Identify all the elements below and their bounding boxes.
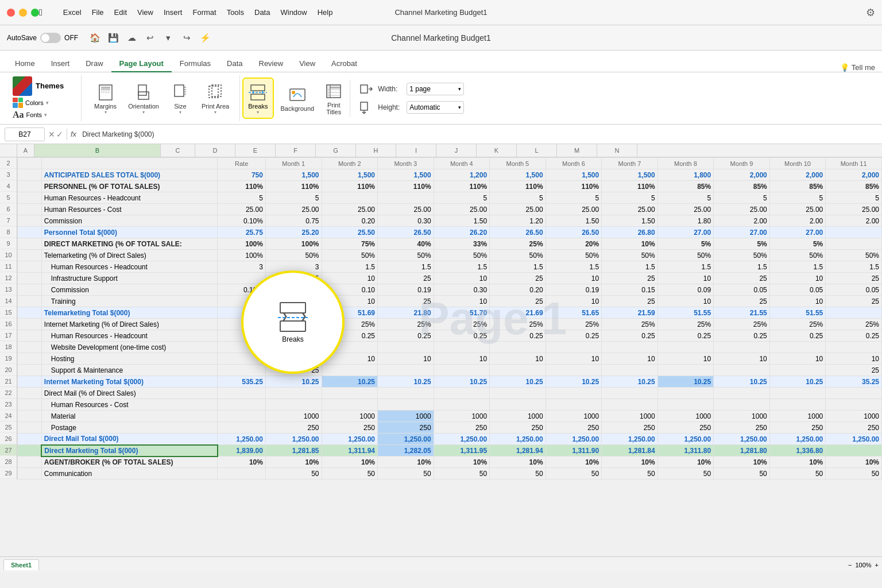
col-header-d[interactable]: D — [195, 144, 235, 157]
menu-edit[interactable]: Edit — [114, 8, 127, 17]
confirm-icon[interactable]: ✓ — [56, 130, 63, 139]
height-label: Height: — [378, 103, 403, 111]
formula-controls: ✕ ✓ — [48, 130, 63, 139]
row-num-11: 11 — [0, 261, 17, 272]
width-value: 1 page — [409, 85, 431, 93]
row-num-17: 17 — [0, 330, 17, 341]
zoom-in-icon[interactable]: + — [875, 562, 879, 568]
table-row: Infrastructure Support 25 10 25 10 25 10… — [18, 273, 882, 284]
tab-acrobat[interactable]: Acrobat — [323, 56, 365, 72]
breaks-btn[interactable]: Breaks ▾ — [242, 78, 273, 119]
row-num-7: 7 — [0, 215, 17, 226]
formula-divider — [67, 129, 67, 140]
tab-review[interactable]: Review — [251, 56, 292, 72]
colors-btn[interactable]: Colors ▾ — [13, 98, 75, 108]
tab-view[interactable]: View — [291, 56, 323, 72]
col-header-h[interactable]: H — [356, 144, 396, 157]
grid-body: 2 3 4 5 6 7 8 9 10 11 12 13 14 15 16 17 … — [0, 157, 882, 479]
menu-format[interactable]: Format — [192, 8, 216, 17]
maximize-button[interactable] — [31, 9, 39, 17]
svg-rect-7 — [175, 85, 184, 96]
col-header-i[interactable]: I — [396, 144, 436, 157]
fonts-btn[interactable]: Aa Fonts ▾ — [13, 110, 75, 120]
table-row: Human Resources - Headcount 1 0.25 0.25 … — [18, 330, 882, 342]
themes-btn[interactable]: Themes — [13, 76, 75, 96]
tab-page-layout[interactable]: Page Layout — [111, 56, 172, 72]
close-button[interactable] — [7, 9, 15, 17]
print-titles-btn[interactable]: PrintTitles — [321, 79, 350, 117]
tab-draw[interactable]: Draw — [78, 56, 111, 72]
row-num-22: 22 — [0, 387, 17, 399]
width-label: Width: — [378, 85, 403, 93]
menu-window[interactable]: Window — [280, 8, 307, 17]
row-num-16: 16 — [0, 318, 17, 330]
colors-icon — [13, 98, 23, 108]
home-icon[interactable]: 🏠 — [87, 30, 102, 45]
minimize-button[interactable] — [19, 9, 27, 17]
sheet-tab-1[interactable]: Sheet1 — [3, 559, 39, 570]
menu-view[interactable]: View — [137, 8, 153, 17]
col-header-b[interactable]: B — [34, 144, 161, 157]
height-select[interactable]: Automatic ▾ — [407, 101, 464, 114]
col-header-j[interactable]: J — [436, 144, 477, 157]
width-select[interactable]: 1 page ▾ — [407, 83, 464, 95]
row-num-19: 19 — [0, 353, 17, 364]
redo-icon[interactable]: ↪ — [179, 30, 194, 45]
menu-bar: Excel File Edit View Insert Format Tools… — [63, 8, 333, 17]
undo-dropdown-icon[interactable]: ▾ — [161, 30, 176, 45]
row-num-2: 2 — [0, 157, 17, 169]
height-row: Height: Automatic ▾ — [358, 99, 464, 115]
menu-excel[interactable]: Excel — [63, 8, 82, 17]
row-num-29: 29 — [0, 467, 17, 479]
themes-icon — [13, 76, 32, 96]
col-header-n[interactable]: N — [597, 144, 637, 157]
row-num-25: 25 — [0, 421, 17, 433]
menu-tools[interactable]: Tools — [227, 8, 244, 17]
tab-home[interactable]: Home — [7, 56, 43, 72]
row-numbers: 2 3 4 5 6 7 8 9 10 11 12 13 14 15 16 17 … — [0, 157, 17, 479]
customize-icon[interactable]: ⚡ — [198, 30, 212, 45]
menu-help[interactable]: Help — [318, 8, 333, 17]
row-num-15: 15 — [0, 307, 17, 318]
cloud-icon[interactable]: ☁ — [124, 30, 139, 45]
row-num-3: 3 — [0, 169, 17, 180]
zoom-out-icon[interactable]: − — [848, 562, 852, 568]
undo-icon[interactable]: ↩ — [142, 30, 157, 45]
row-num-10: 10 — [0, 249, 17, 261]
tab-data[interactable]: Data — [219, 56, 250, 72]
print-area-label: Print Area — [202, 103, 229, 110]
menu-data[interactable]: Data — [254, 8, 270, 17]
row-num-14: 14 — [0, 295, 17, 307]
cell-reference[interactable]: B27 — [5, 127, 45, 141]
save-icon[interactable]: 💾 — [106, 30, 121, 45]
row-num-26: 26 — [0, 433, 17, 444]
menu-insert[interactable]: Insert — [164, 8, 183, 17]
size-btn[interactable]: Size ▾ — [166, 80, 195, 117]
notification-icon: ⚙ — [866, 6, 875, 19]
row-num-4: 4 — [0, 180, 17, 192]
col-header-e[interactable]: E — [235, 144, 276, 157]
margins-btn[interactable]: Margins ▾ — [90, 80, 121, 117]
margins-icon — [98, 82, 113, 103]
autosave-toggle[interactable] — [40, 33, 61, 43]
col-header-m[interactable]: M — [557, 144, 597, 157]
fonts-icon: Aa — [13, 110, 24, 120]
tab-insert[interactable]: Insert — [43, 56, 78, 72]
col-header-g[interactable]: G — [316, 144, 356, 157]
col-header-c[interactable]: C — [161, 144, 195, 157]
table-row: Rate Month 1 Month 2 Month 3 Month 4 Mon… — [18, 158, 882, 169]
col-header-f[interactable]: F — [276, 144, 316, 157]
background-btn[interactable]: Background — [276, 83, 319, 114]
tab-formulas[interactable]: Formulas — [172, 56, 219, 72]
col-header-a[interactable]: A — [17, 144, 34, 157]
ribbon: Home Insert Draw Page Layout Formulas Da… — [0, 51, 882, 125]
orientation-btn[interactable]: Orientation ▾ — [123, 80, 164, 117]
menu-file[interactable]: File — [92, 8, 104, 17]
col-header-l[interactable]: L — [517, 144, 557, 157]
col-header-k[interactable]: K — [477, 144, 517, 157]
tell-me-section[interactable]: 💡 Tell me — [840, 63, 875, 72]
title-bar-right: ⚙ — [866, 6, 875, 19]
cancel-icon[interactable]: ✕ — [48, 130, 55, 139]
print-area-btn[interactable]: Print Area ▾ — [197, 80, 234, 117]
height-value: Automatic — [409, 103, 440, 111]
